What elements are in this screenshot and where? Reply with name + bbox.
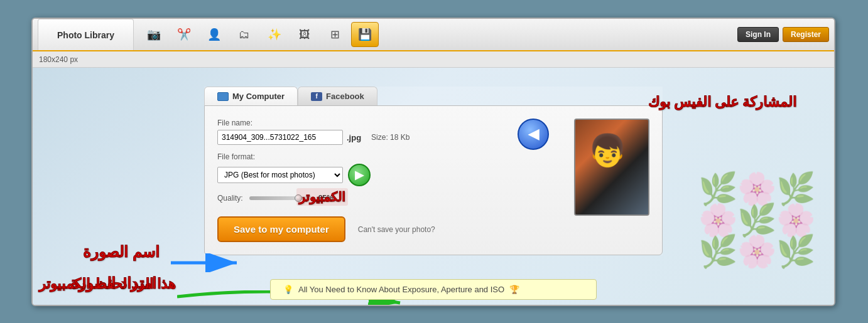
- dimensions-label: 180x240 px: [39, 55, 78, 64]
- preview-area: [574, 119, 649, 216]
- tab-facebook-label: Facebook: [326, 92, 364, 101]
- filename-input[interactable]: [217, 130, 343, 145]
- image-icon-btn[interactable]: 🖼: [291, 22, 318, 47]
- annotation-share-facebook: المشاركة على الفيس بوك: [648, 94, 796, 110]
- toolbar-icons: 📷 ✂️ 👤 🗂 ✨ 🖼 ⊞ 💾: [140, 22, 737, 47]
- filename-row: File name: .jpg Size: 18 Kb: [217, 119, 492, 145]
- format-label: File format:: [217, 152, 492, 161]
- sub-header: 180x240 px: [33, 51, 834, 68]
- blue-arrow: [171, 253, 246, 274]
- back-button[interactable]: ◀: [518, 119, 549, 150]
- toolbar-right: Sign In Register: [737, 27, 829, 42]
- app-window: Photo Library 📷 ✂️ 👤 🗂 ✨ 🖼 ⊞ 💾 Sign In R…: [31, 18, 835, 306]
- facebook-tab-icon: f: [311, 92, 322, 101]
- quality-label: Quality:: [217, 194, 243, 203]
- file-size-label: Size: 18 Kb: [371, 133, 410, 142]
- quality-row: Quality: 85%: [217, 194, 492, 203]
- tab-facebook[interactable]: f Facebook: [298, 87, 377, 105]
- banner-icon: 💡: [283, 285, 293, 294]
- register-button[interactable]: Register: [783, 27, 829, 42]
- dialog-left: File name: .jpg Size: 18 Kb File format:: [217, 119, 492, 242]
- banner-text: All You Need to Know About Exposure, Ape…: [298, 285, 504, 294]
- bottom-banner: 💡 All You Need to Know About Exposure, A…: [270, 279, 597, 300]
- toolbar: Photo Library 📷 ✂️ 👤 🗂 ✨ 🖼 ⊞ 💾 Sign In R…: [33, 19, 834, 51]
- tab-my-computer[interactable]: My Computer: [204, 87, 298, 105]
- grid-icon-btn[interactable]: ⊞: [321, 22, 349, 47]
- computer-tab-icon: [217, 92, 229, 101]
- file-ext-label: .jpg: [347, 133, 361, 142]
- tabs-row: My Computer f Facebook: [204, 87, 663, 105]
- effects-icon-btn[interactable]: ✨: [261, 22, 288, 47]
- cant-save-link[interactable]: Can't save your photo?: [358, 225, 435, 234]
- dialog-box: File name: .jpg Size: 18 Kb File format:: [204, 105, 663, 255]
- save-icon-btn[interactable]: 💾: [351, 22, 379, 47]
- annotation-lower: هذا الزر لحفظ الكمبيوتر: [39, 276, 176, 292]
- camera-icon-btn[interactable]: 📷: [140, 22, 168, 47]
- save-panel: My Computer f Facebook File name: .jpg: [204, 87, 663, 255]
- filename-input-row: .jpg Size: 18 Kb: [217, 130, 492, 145]
- go-button[interactable]: ▶: [348, 164, 371, 186]
- layers-icon-btn[interactable]: 🗂: [231, 22, 258, 47]
- annotation-image-name: اسم الصورة: [83, 243, 160, 261]
- actions-row: Save to my computer Can't save your phot…: [217, 208, 492, 242]
- app-title: Photo Library: [38, 19, 134, 50]
- edit-icon-btn[interactable]: ✂️: [170, 22, 198, 47]
- main-content: My Computer f Facebook File name: .jpg: [33, 68, 834, 305]
- filename-label: File name:: [217, 119, 492, 127]
- format-select[interactable]: JPG (Best for most photos) PNG BMP: [217, 167, 343, 183]
- save-to-computer-button[interactable]: Save to my computer: [217, 216, 345, 242]
- annotation-computer: الكمبيوتر: [296, 188, 348, 206]
- watermark-pattern: 🌿🌸🌿🌸🌿🌸🌿🌸🌿: [698, 173, 815, 267]
- banner-badge: 🏆: [509, 285, 519, 294]
- tab-my-computer-label: My Computer: [232, 92, 285, 101]
- preview-image: [575, 120, 648, 214]
- signin-button[interactable]: Sign In: [737, 27, 779, 42]
- format-select-row: JPG (Best for most photos) PNG BMP ▶: [217, 164, 492, 186]
- format-row: File format: JPG (Best for most photos) …: [217, 152, 492, 186]
- person-icon-btn[interactable]: 👤: [200, 22, 228, 47]
